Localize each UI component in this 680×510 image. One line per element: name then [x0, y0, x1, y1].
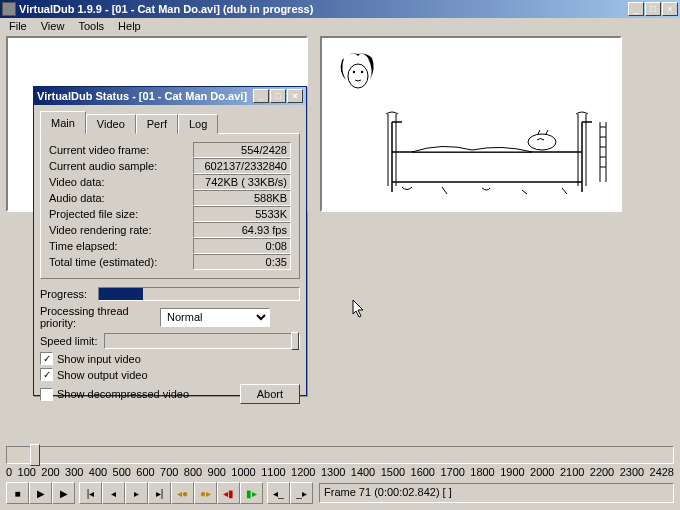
checkbox-show-decompressed[interactable] — [40, 388, 53, 401]
timeline-thumb[interactable] — [30, 444, 40, 466]
val-audio-data: 588KB — [193, 190, 291, 206]
tick-label: 900 — [208, 466, 226, 478]
speed-limit-thumb[interactable] — [291, 332, 299, 350]
tick-label: 2000 — [530, 466, 554, 478]
menu-view[interactable]: View — [34, 18, 72, 36]
dialog-close-button[interactable]: × — [287, 89, 303, 103]
tick-label: 2300 — [620, 466, 644, 478]
maximize-button[interactable]: □ — [645, 2, 661, 16]
priority-select[interactable]: Normal — [160, 308, 270, 327]
tick-label: 200 — [41, 466, 59, 478]
timeline: 0100200300400500600700800900100011001200… — [6, 446, 674, 480]
timeline-ticks: 0100200300400500600700800900100011001200… — [6, 466, 674, 478]
mark-out-button[interactable]: _▸ — [290, 482, 313, 504]
tick-label: 1300 — [321, 466, 345, 478]
label-time-elapsed: Time elapsed: — [49, 240, 193, 252]
status-tabs: Main Video Perf Log — [40, 113, 300, 134]
speed-limit-slider[interactable] — [104, 333, 300, 349]
sketch-bed — [382, 92, 612, 202]
tab-content-main: Current video frame:554/2428 Current aud… — [40, 133, 300, 279]
tick-label: 1000 — [231, 466, 255, 478]
tick-label: 2428 — [650, 466, 674, 478]
label-show-input: Show input video — [57, 353, 141, 365]
menu-tools[interactable]: Tools — [71, 18, 111, 36]
minimize-button[interactable]: _ — [628, 2, 644, 16]
label-show-output: Show output video — [57, 369, 148, 381]
val-total-time: 0:35 — [193, 254, 291, 270]
tick-label: 1400 — [351, 466, 375, 478]
close-button[interactable]: × — [662, 2, 678, 16]
menubar: File View Tools Help — [0, 18, 680, 36]
tab-main[interactable]: Main — [40, 111, 86, 134]
play-input-button[interactable]: ▶ — [29, 482, 52, 504]
progress-fill — [99, 288, 143, 300]
label-audio-data: Audio data: — [49, 192, 193, 204]
label-projected: Projected file size: — [49, 208, 193, 220]
progress-label: Progress: — [40, 288, 98, 300]
label-cur-video-frame: Current video frame: — [49, 144, 193, 156]
sketch-face — [336, 52, 380, 96]
tick-label: 1500 — [381, 466, 405, 478]
tick-label: 400 — [89, 466, 107, 478]
frame-info: Frame 71 (0:00:02.842) [ ] — [319, 483, 674, 503]
tick-label: 1600 — [411, 466, 435, 478]
status-dialog-title: VirtualDub Status - [01 - Cat Man Do.avi… — [37, 90, 253, 102]
tick-label: 600 — [136, 466, 154, 478]
tab-perf[interactable]: Perf — [136, 114, 178, 134]
val-render-rate: 64.93 fps — [193, 222, 291, 238]
tick-label: 700 — [160, 466, 178, 478]
step-fwd-button[interactable]: ▸ — [125, 482, 148, 504]
toolbar: ■ ▶ ▶ |◂ ◂ ▸ ▸| ◂● ●▸ ◂▮ ▮▸ ◂_ _▸ Frame … — [6, 482, 674, 504]
tick-label: 0 — [6, 466, 12, 478]
window-title: VirtualDub 1.9.9 - [01 - Cat Man Do.avi]… — [19, 3, 628, 15]
status-dialog-titlebar[interactable]: VirtualDub Status - [01 - Cat Man Do.avi… — [34, 87, 306, 105]
menu-file[interactable]: File — [2, 18, 34, 36]
tick-label: 300 — [65, 466, 83, 478]
tick-label: 2200 — [590, 466, 614, 478]
svg-point-1 — [353, 71, 355, 73]
checkbox-show-input[interactable]: ✓ — [40, 352, 53, 365]
goto-end-button[interactable]: ▸| — [148, 482, 171, 504]
label-video-data: Video data: — [49, 176, 193, 188]
val-video-data: 742KB ( 33KB/s) — [193, 174, 291, 190]
label-cur-audio-sample: Current audio sample: — [49, 160, 193, 172]
tab-video[interactable]: Video — [86, 114, 136, 134]
label-total-time: Total time (estimated): — [49, 256, 193, 268]
checkbox-show-output[interactable]: ✓ — [40, 368, 53, 381]
status-dialog: VirtualDub Status - [01 - Cat Man Do.avi… — [33, 86, 307, 396]
mark-in-button[interactable]: ◂_ — [267, 482, 290, 504]
scene-next-button[interactable]: ▮▸ — [240, 482, 263, 504]
speed-limit-label: Speed limit: — [40, 335, 100, 347]
key-prev-button[interactable]: ◂● — [171, 482, 194, 504]
svg-point-2 — [361, 71, 363, 73]
tick-label: 500 — [113, 466, 131, 478]
svg-point-0 — [348, 64, 368, 88]
dialog-minimize-button[interactable]: _ — [253, 89, 269, 103]
goto-start-button[interactable]: |◂ — [79, 482, 102, 504]
tab-log[interactable]: Log — [178, 114, 218, 134]
priority-label: Processing thread priority: — [40, 305, 160, 329]
timeline-slider[interactable] — [6, 446, 674, 464]
app-icon — [2, 2, 16, 16]
svg-point-3 — [528, 134, 556, 150]
label-render-rate: Video rendering rate: — [49, 224, 193, 236]
stop-button[interactable]: ■ — [6, 482, 29, 504]
abort-button[interactable]: Abort — [240, 384, 300, 404]
play-output-button[interactable]: ▶ — [52, 482, 75, 504]
val-cur-video-frame: 554/2428 — [193, 142, 291, 158]
key-next-button[interactable]: ●▸ — [194, 482, 217, 504]
tick-label: 800 — [184, 466, 202, 478]
step-back-button[interactable]: ◂ — [102, 482, 125, 504]
tick-label: 1200 — [291, 466, 315, 478]
tick-label: 1800 — [470, 466, 494, 478]
label-show-decompressed: Show decompressed video — [57, 388, 236, 400]
dialog-maximize-button[interactable]: □ — [270, 89, 286, 103]
tick-label: 100 — [18, 466, 36, 478]
tick-label: 1100 — [261, 466, 285, 478]
scene-prev-button[interactable]: ◂▮ — [217, 482, 240, 504]
tick-label: 2100 — [560, 466, 584, 478]
val-time-elapsed: 0:08 — [193, 238, 291, 254]
main-titlebar: VirtualDub 1.9.9 - [01 - Cat Man Do.avi]… — [0, 0, 680, 18]
menu-help[interactable]: Help — [111, 18, 148, 36]
val-projected: 5533K — [193, 206, 291, 222]
